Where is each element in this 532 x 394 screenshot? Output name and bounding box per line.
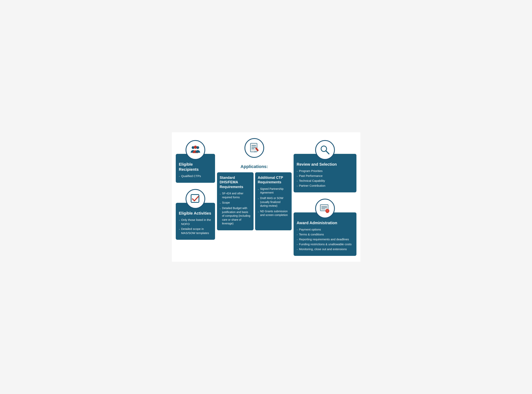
additional-requirements-title: Additional CTP Requirements xyxy=(258,176,289,185)
svg-point-17 xyxy=(326,209,329,212)
list-item: Partner Contribution xyxy=(297,184,353,188)
list-item: ND Grants submission and screen completi… xyxy=(258,209,289,217)
review-selection-list: Program Priorities Past Performance Tech… xyxy=(297,169,353,188)
eligible-recipients-title: Eligible Recipients xyxy=(179,162,212,172)
standard-requirements-card: Standard DHS/FEMA Requirements SF-424 an… xyxy=(217,172,254,230)
applications-columns: Standard DHS/FEMA Requirements SF-424 an… xyxy=(217,172,292,230)
magnify-icon-circle xyxy=(315,140,335,160)
list-item: Payment options xyxy=(297,227,353,232)
additional-requirements-card: Additional CTP Requirements Signed Partn… xyxy=(255,172,292,230)
checkbox-icon-circle xyxy=(186,189,205,209)
applications-icon-circle xyxy=(245,138,264,158)
list-item: Past Performance xyxy=(297,174,353,178)
list-item: Signed Partnership Agreement xyxy=(258,187,289,195)
eligible-recipients-list: Qualified CTPs xyxy=(179,174,212,178)
right-column: Review and Selection Program Priorities … xyxy=(294,138,356,256)
list-item: Draft MAS or SOW (usually finalized duri… xyxy=(258,196,289,208)
award-administration-list: Payment options Terms & conditions Repor… xyxy=(297,227,353,251)
list-item: Reporting requirements and deadlines xyxy=(297,237,353,241)
middle-column: Applications: Standard DHS/FEMA Requirem… xyxy=(217,138,292,256)
list-item: Scope xyxy=(220,201,251,205)
certificate-icon-circle xyxy=(315,199,335,218)
left-column: Eligible Recipients Qualified CTPs Eligi… xyxy=(176,138,215,256)
infographic: Eligible Recipients Qualified CTPs Eligi… xyxy=(172,132,360,262)
standard-requirements-list: SF-424 and other required forms Scope De… xyxy=(220,192,251,226)
svg-line-11 xyxy=(326,151,329,154)
additional-requirements-list: Signed Partnership Agreement Draft MAS o… xyxy=(258,187,289,217)
eligible-activities-title: Eligible Activities xyxy=(179,211,212,216)
svg-point-2 xyxy=(196,146,199,149)
list-item: Monitoring, close out and extensions xyxy=(297,247,353,251)
list-item: Only those listed in the NOFO xyxy=(179,218,212,226)
list-item: SF-424 and other required forms xyxy=(220,192,251,199)
list-item: Detailed scope in MAS/SOW templates xyxy=(179,227,212,235)
award-administration-title: Award Administration xyxy=(297,220,353,225)
applications-icon-wrap xyxy=(217,138,292,152)
list-item: Qualified CTPs xyxy=(179,174,212,178)
list-item: Detailed Budget with justification and b… xyxy=(220,206,251,226)
standard-requirements-title: Standard DHS/FEMA Requirements xyxy=(220,176,251,189)
list-item: Terms & conditions xyxy=(297,232,353,236)
review-selection-title: Review and Selection xyxy=(297,162,353,167)
award-administration-card: Award Administration Payment options Ter… xyxy=(294,213,356,256)
list-item: Technical Capability xyxy=(297,179,353,183)
list-item: Program Priorities xyxy=(297,169,353,173)
people-icon-circle xyxy=(186,140,205,160)
list-item: Funding restrictions & unallowable costs xyxy=(297,242,353,246)
eligible-activities-list: Only those listed in the NOFO Detailed s… xyxy=(179,218,212,235)
